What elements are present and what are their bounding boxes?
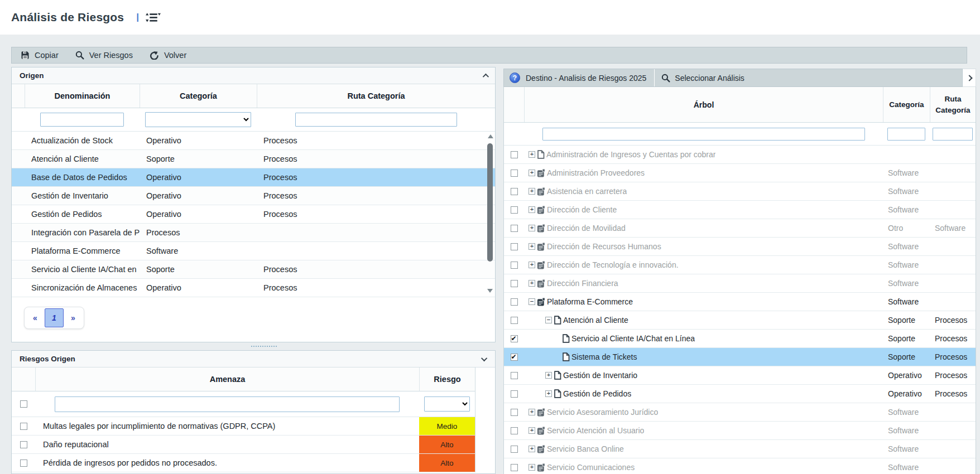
expand-icon[interactable] [529,464,535,471]
panel-splitter[interactable] [11,342,496,350]
pagination-page-1-button[interactable]: 1 [45,308,64,327]
row-checkbox[interactable] [511,427,518,434]
collapse-up-icon[interactable] [483,73,489,79]
row-checkbox[interactable] [20,423,27,430]
collapse-down-icon[interactable] [481,355,487,361]
row-checkbox[interactable] [511,170,518,177]
row-checkbox[interactable] [511,390,518,398]
categoria-filter-input[interactable] [887,128,925,141]
tree-row[interactable]: Dirección de Tecnología e innovación. So… [504,256,976,274]
seleccionar-analisis-button[interactable]: Seleccionar Análisis [675,74,744,83]
table-row[interactable]: Sincronización de AlmacenesOperativoProc… [12,279,495,297]
ruta-filter-input[interactable] [933,128,973,141]
expand-icon[interactable] [529,225,535,231]
ruta-filter-input[interactable] [295,113,457,127]
expand-icon[interactable] [529,206,535,213]
expand-icon[interactable] [529,151,535,158]
expand-icon[interactable] [529,262,535,268]
row-checkbox[interactable] [511,262,518,269]
riesgo-row[interactable]: Multas legales por incumplimiento de nor… [12,417,475,436]
volver-button[interactable]: Volver [150,51,186,60]
select-all-checkbox[interactable] [20,400,27,408]
row-checkbox[interactable] [511,243,518,250]
riesgo-row[interactable]: Pérdida de ingresos por pedidos no proce… [12,454,475,472]
table-row[interactable]: Servicio al Cliente IA/Chat enSoportePro… [12,260,495,279]
row-checkbox[interactable] [511,409,518,416]
scroll-up-icon[interactable] [488,134,493,138]
help-icon[interactable]: ? [510,72,520,83]
row-checkbox[interactable] [511,225,518,232]
tree-row[interactable]: Dirección de Recursos Humanos Software [504,238,976,256]
row-checkbox[interactable] [20,441,27,448]
row-checkbox[interactable] [511,206,518,214]
tree-row[interactable]: Atención al Cliente SoporteProcesos [504,311,976,330]
tree-row[interactable]: Gestión de Pedidos OperativoProcesos [504,385,976,403]
expand-icon[interactable] [529,427,535,434]
splitter-grip-icon[interactable] [251,346,277,347]
pagination-next-button[interactable]: » [64,308,83,327]
expand-icon[interactable] [529,280,535,287]
riesgos-table-header: Amenaza Riesgo [12,367,475,391]
table-row[interactable]: Actualización de StockOperativoProcesos [12,132,495,150]
tree-row[interactable]: Dirección de Movilidad OtroSoftware [504,219,976,238]
tree-row[interactable]: Administración Proveedores Software [504,164,976,182]
tree-row[interactable]: Asistencia en carretera Software [504,182,976,201]
row-checkbox-checked[interactable] [511,354,518,361]
tree-row[interactable]: Gestión de Inventario OperativoProcesos [504,366,976,385]
table-row[interactable]: Gestión de PedidosOperativoProcesos [12,205,495,224]
riesgos-table: Amenaza Riesgo Multas legales por incump… [12,367,475,472]
table-row[interactable]: Atención al ClienteSoporteProcesos [12,150,495,168]
categoria-filter-select[interactable] [145,112,251,127]
tree-row[interactable]: Administración de Ingresos y Cuentas por… [504,146,976,164]
tree-row[interactable]: Servicio al Cliente IA/Chat en Línea Sop… [504,330,976,348]
system-icon [537,187,545,196]
collapse-node-icon[interactable] [529,298,535,305]
expand-icon[interactable] [529,409,535,415]
table-row[interactable]: Plataforma E-CommerceSoftware [12,242,495,260]
collapse-node-icon[interactable] [545,317,552,323]
table-row[interactable]: Integración con Pasarela de PProcesos [12,224,495,242]
expand-icon[interactable] [529,446,535,452]
tree-row[interactable]: Servicio Asesoramiento Jurídico Software [504,403,976,422]
table-row-selected[interactable]: Base de Datos de PedidosOperativoProceso… [12,168,495,187]
destino-column: ? Destino - Analisis de Riesgos 2025 Sel… [503,69,976,474]
tree-row[interactable]: Plataforma E-Commerce Software [504,293,976,311]
tree-row[interactable]: Dirección de Cliente Software [504,201,976,219]
copiar-button[interactable]: Copiar [21,51,59,60]
scrollbar-thumb[interactable] [487,143,493,262]
expand-icon[interactable] [545,390,552,397]
expand-icon[interactable] [529,170,535,176]
row-checkbox[interactable] [511,372,518,379]
expand-icon[interactable] [529,188,535,195]
row-checkbox[interactable] [511,280,518,287]
view-options-menu-icon[interactable] [146,12,161,23]
risk-badge: Alto [419,436,475,453]
tree-row[interactable]: Servicio Atención al Usuario Software [504,422,976,440]
row-checkbox[interactable] [20,460,27,467]
expand-icon[interactable] [529,243,535,250]
row-checkbox[interactable] [511,317,518,324]
row-checkbox-checked[interactable] [511,335,518,342]
scroll-down-icon[interactable] [487,289,493,293]
table-row[interactable]: Gestión de InventarioOperativoProcesos [12,187,495,205]
denominacion-filter-input[interactable] [40,113,124,127]
tree-row-selected[interactable]: Sistema de Tickets SoporteProcesos [504,348,976,366]
arbol-filter-input[interactable] [542,128,865,141]
expand-panel-button[interactable] [963,69,976,87]
ver-riesgos-button[interactable]: Ver Riesgos [75,51,133,60]
amenaza-filter-input[interactable] [55,396,400,412]
tree-row[interactable]: Dirección Financiera Software [504,274,976,293]
row-checkbox[interactable] [511,188,518,195]
tree-row[interactable]: Servicio Banca Online Software [504,440,976,458]
row-checkbox[interactable] [511,464,518,471]
row-checkbox[interactable] [511,298,518,306]
vertical-scrollbar[interactable] [487,133,494,295]
pagination-prev-button[interactable]: « [26,308,45,327]
riesgo-filter-select[interactable] [424,396,470,412]
row-checkbox[interactable] [511,151,518,158]
tree-row[interactable]: Servicio Comunicaciones Software [504,458,976,474]
expand-icon[interactable] [545,372,552,379]
destino-title: Destino - Analisis de Riesgos 2025 [526,74,646,83]
row-checkbox[interactable] [511,446,518,453]
riesgo-row[interactable]: Daño reputacional Alto [12,436,475,454]
